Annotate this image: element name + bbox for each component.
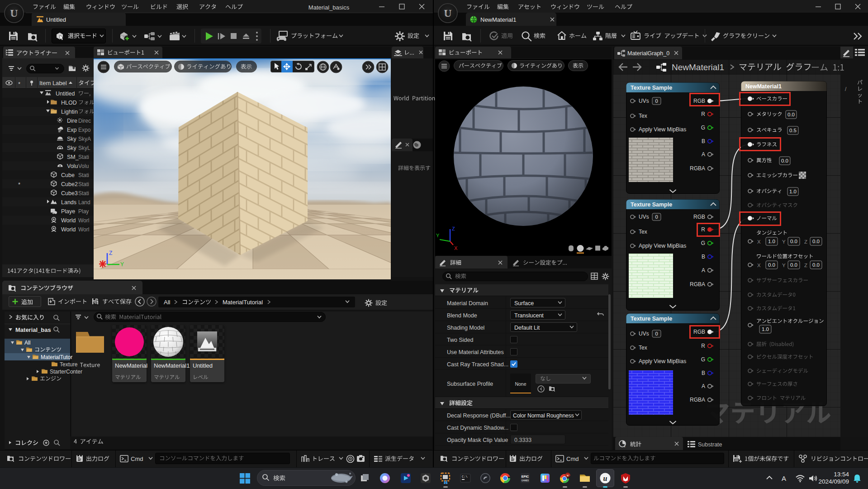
svg-text:UVs: UVs <box>639 214 649 220</box>
svg-text:Tex: Tex <box>639 229 647 235</box>
svg-text:Apply View MipBias: Apply View MipBias <box>639 243 686 249</box>
svg-text:0.0: 0.0 <box>781 158 788 163</box>
svg-text:Texture Sample: Texture Sample <box>631 85 672 91</box>
svg-text:Apply View MipBias: Apply View MipBias <box>639 126 686 133</box>
svg-text:0.0: 0.0 <box>812 262 820 268</box>
svg-text:U: U <box>10 7 18 19</box>
svg-text:RGB: RGB <box>693 214 705 220</box>
svg-text:A: A <box>702 151 705 158</box>
svg-text:0.0: 0.0 <box>812 239 820 244</box>
svg-text:GAMES: GAMES <box>522 479 529 482</box>
svg-text:G: G <box>701 356 705 363</box>
svg-text:RGBA: RGBA <box>690 397 705 403</box>
svg-text:Y: Y <box>436 233 440 238</box>
svg-text:0.0: 0.0 <box>768 262 775 268</box>
svg-text:A: A <box>702 267 705 273</box>
svg-text:G: G <box>701 240 705 246</box>
svg-text:B: B <box>702 138 705 144</box>
svg-text:Z: Z <box>452 226 455 231</box>
svg-text:NewMaterial1: NewMaterial1 <box>745 83 782 90</box>
svg-text:R: R <box>701 111 705 117</box>
svg-text:G: G <box>701 125 705 131</box>
svg-text:UVs: UVs <box>639 98 649 104</box>
svg-text:0.0: 0.0 <box>787 112 795 117</box>
svg-text:RGBA: RGBA <box>690 281 705 288</box>
svg-text:Tex: Tex <box>639 113 647 119</box>
svg-text:B: B <box>702 254 705 260</box>
svg-text:1.0: 1.0 <box>789 189 797 194</box>
svg-text:U: U <box>444 7 451 19</box>
svg-text:0.0: 0.0 <box>790 239 797 244</box>
svg-text:Texture Sample: Texture Sample <box>631 201 672 208</box>
svg-text:0: 0 <box>655 214 658 220</box>
svg-text:C:\: C:\ <box>462 475 468 479</box>
svg-text:R: R <box>701 343 705 349</box>
svg-text:Apply View MipBias: Apply View MipBias <box>639 358 686 364</box>
svg-text:Texture Sample: Texture Sample <box>631 316 672 322</box>
svg-text:B: B <box>702 370 705 376</box>
svg-text:RGBA: RGBA <box>690 165 705 172</box>
svg-text:Z: Z <box>109 250 112 256</box>
svg-text:0: 0 <box>655 98 658 104</box>
svg-text:1.0: 1.0 <box>768 239 775 244</box>
svg-text:0.0: 0.0 <box>790 262 797 268</box>
svg-text:i: i <box>624 444 625 448</box>
svg-text:Tex: Tex <box>639 345 647 351</box>
svg-text:0.5: 0.5 <box>789 128 797 133</box>
svg-text:1.0: 1.0 <box>762 326 769 332</box>
svg-text:Y: Y <box>120 261 124 268</box>
svg-text:A: A <box>702 383 705 389</box>
svg-text:UVs: UVs <box>639 331 649 337</box>
svg-text:0: 0 <box>655 331 658 336</box>
svg-text:X: X <box>454 245 458 251</box>
svg-text:u: u <box>603 475 607 482</box>
svg-text:EPIC: EPIC <box>522 475 529 478</box>
